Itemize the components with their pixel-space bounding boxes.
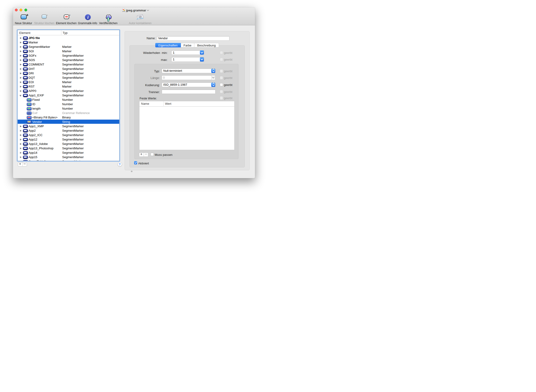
- svg-text:i: i: [87, 15, 89, 20]
- svg-text:GRAM: GRAM: [123, 11, 125, 12]
